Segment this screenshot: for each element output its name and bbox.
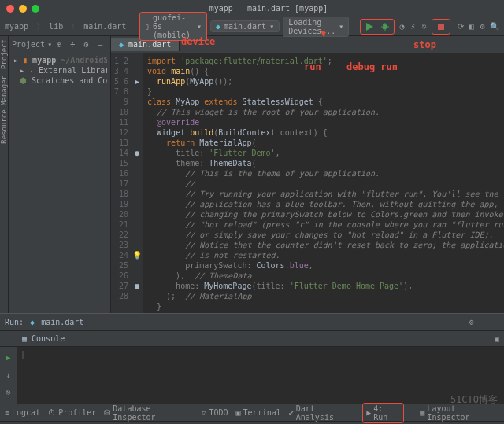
window-title: myapp – main.dart [myapp] [39, 4, 498, 13]
project-panel: Project▾ ⊕ ÷ ⚙ — ▸ ▮ myapp ~/AndroidStud… [9, 36, 111, 313]
dart-analysis-tab[interactable]: ✔ Dart Analysis [289, 404, 354, 422]
resource-manager-tab[interactable]: Resource Manager [0, 76, 8, 144]
minimize-window[interactable] [19, 5, 27, 13]
run-button[interactable] [362, 20, 376, 34]
run-debug-group [360, 19, 395, 35]
editor: ◆ main.dart 1 2 3 4 5 6 7 8 9 10 11 12 1… [111, 36, 504, 313]
run-tab[interactable]: ▶ 4: Run [362, 403, 404, 423]
loading-devices[interactable]: Loading Devices... ▾ [283, 17, 349, 37]
tree-item[interactable]: ⬢ Scratches and Consoles [12, 76, 107, 86]
todo-tab[interactable]: ☑ TODO [202, 408, 228, 417]
code-text[interactable]: import 'package:flutter/material.dart';v… [143, 53, 504, 313]
device-selector[interactable]: ▯ guofei-6s (mobile) ▾ [139, 12, 207, 41]
run-config-selector[interactable]: ◆ main.dart ▾ [210, 20, 280, 32]
attach-button[interactable]: ⎋ [421, 20, 428, 34]
gear-icon[interactable]: ⊕ [52, 38, 65, 52]
breadcrumb[interactable]: main.dart [83, 22, 126, 31]
main-content: Project Resource Manager Project▾ ⊕ ÷ ⚙ … [0, 36, 504, 313]
console-output: | [17, 347, 504, 404]
rerun-icon[interactable]: ▶ [2, 350, 16, 364]
run-gutter: ▶ ↓ ⎋ [0, 347, 17, 404]
code-area[interactable]: 1 2 3 4 5 6 7 8 9 10 11 12 13 14 15 16 1… [111, 53, 504, 313]
debug-button[interactable] [378, 20, 392, 34]
hide-icon[interactable]: — [94, 38, 107, 52]
line-numbers: 1 2 3 4 5 6 7 8 9 10 11 12 13 14 15 16 1… [111, 53, 132, 313]
pause-icon[interactable]: ⎋ [2, 385, 16, 399]
project-panel-header: Project▾ ⊕ ÷ ⚙ — [9, 36, 110, 53]
stop-button[interactable] [434, 20, 448, 34]
bottom-toolbar: ≡ Logcat ⏱ Profiler ⛁ Database Inspector… [0, 404, 504, 421]
phone-icon: ▯ [145, 22, 150, 31]
stop-icon[interactable]: ↓ [2, 367, 16, 382]
search-icon[interactable]: 🔍 [490, 20, 499, 34]
chevron-down-icon: ▾ [197, 22, 202, 31]
db-inspector-tab[interactable]: ⛁ Database Inspector [104, 404, 194, 422]
project-tab[interactable]: Project [0, 39, 8, 69]
chevron-down-icon: ▾ [339, 22, 343, 31]
terminal-tab[interactable]: ▣ Terminal [236, 408, 281, 417]
project-tree[interactable]: ▸ ▮ myapp ~/AndroidStudioPr ▸ ⬪ External… [9, 53, 110, 87]
svg-rect-1 [438, 24, 444, 30]
close-window[interactable] [6, 5, 14, 13]
hide-icon[interactable]: — [485, 315, 499, 330]
left-tool-strip: Project Resource Manager [0, 36, 9, 313]
toolbar-icon[interactable]: ⟳ [457, 20, 465, 34]
tree-root[interactable]: ▸ ▮ myapp ~/AndroidStudioPr [12, 55, 107, 65]
profiler-tab[interactable]: ⏱ Profiler [48, 408, 96, 417]
collapse-icon[interactable]: ÷ [66, 38, 80, 52]
breadcrumb[interactable]: myapp [5, 22, 28, 31]
toolbar-icon[interactable]: ⚙ [479, 20, 487, 34]
toolbar: myapp〉 lib〉 main.dart ▯ guofei-6s (mobil… [0, 17, 504, 36]
status-bar: 20:42 LF UTF-8 2 spaces 🔒 [0, 421, 504, 424]
tree-item[interactable]: ▸ ⬪ External Libraries [12, 65, 107, 76]
console-tab[interactable]: ▦ Console [22, 334, 65, 343]
toolbar-icon[interactable]: ◧ [468, 20, 476, 34]
gutter-marks: ▶●💡■ [132, 53, 143, 313]
run-panel-header: Run: ◆main.dart ⚙ — [0, 314, 504, 331]
expand-icon[interactable]: ▣ [490, 332, 504, 346]
settings-icon[interactable]: ⚙ [465, 315, 479, 330]
run-console[interactable]: ▶ ↓ ⎋ | [0, 347, 504, 404]
hot-reload-button[interactable]: ⚡ [409, 20, 417, 34]
logcat-tab[interactable]: ≡ Logcat [5, 408, 40, 417]
flutter-icon: ◆ [216, 22, 220, 31]
run-panel: Run: ◆main.dart ⚙ — ▦ Console ▣ ▶ ↓ ⎋ | [0, 313, 504, 404]
chevron-down-icon: ▾ [269, 22, 274, 31]
maximize-window[interactable] [32, 5, 39, 13]
profile-button[interactable]: ◔ [398, 20, 406, 34]
watermark: 51CTO博客 [450, 393, 498, 407]
settings-icon[interactable]: ⚙ [80, 38, 93, 52]
breadcrumb[interactable]: lib [49, 22, 63, 31]
title-bar: myapp – main.dart [myapp] [0, 0, 504, 17]
traffic-lights [6, 5, 39, 13]
stop-group [432, 19, 450, 35]
